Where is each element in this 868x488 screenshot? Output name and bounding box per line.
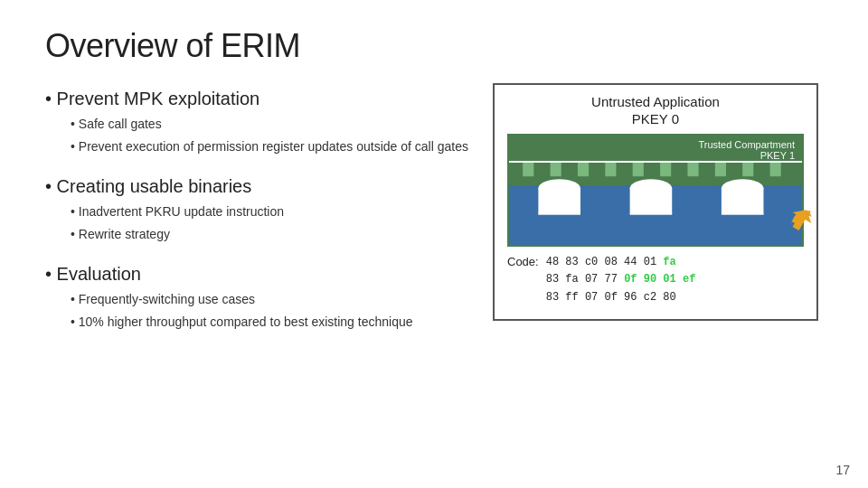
sub-rewrite-strategy: Rewrite strategy — [45, 225, 470, 244]
section-creating-binaries-header: Creating usable binaries — [45, 176, 470, 197]
trusted-header-area: Trusted Compartment PKEY 1 — [509, 136, 802, 161]
code-highlight-ef: ef — [683, 273, 695, 286]
left-column: Prevent MPK exploitation Safe call gates… — [45, 83, 470, 470]
slide-title: Overview of ERIM — [45, 27, 823, 65]
code-highlight-01: 01 — [663, 273, 675, 286]
code-line-1: 48 83 c0 08 44 01 fa — [546, 254, 696, 271]
trusted-compartment-label: Trusted Compartment — [516, 139, 795, 150]
svg-rect-31 — [523, 163, 533, 176]
svg-point-45 — [630, 179, 673, 197]
code-highlight-0f: 0f — [624, 273, 637, 286]
diagram-pkey0-label: PKEY 0 — [507, 111, 804, 127]
code-label: Code: — [507, 254, 539, 306]
sub-inadvertent-pkru: Inadvertent PKRU update instruction — [45, 202, 470, 221]
svg-rect-32 — [551, 163, 561, 176]
code-line-2: 83 fa 07 77 0f 90 01 ef — [546, 271, 696, 288]
code-line-3: 83 ff 07 0f 96 c2 80 — [546, 289, 696, 306]
diagram-container: Untrusted Application PKEY 0 Trusted Com… — [493, 83, 818, 321]
svg-rect-39 — [742, 163, 753, 176]
svg-rect-33 — [578, 163, 589, 176]
svg-rect-40 — [770, 163, 781, 176]
right-column: Untrusted Application PKEY 0 Trusted Com… — [488, 83, 823, 470]
section-prevent-mpk-header: Prevent MPK exploitation — [45, 89, 470, 109]
svg-rect-38 — [715, 163, 726, 176]
pkey1-label: PKEY 1 — [516, 150, 795, 161]
code-highlight-fa: fa — [663, 256, 675, 268]
svg-rect-36 — [660, 163, 671, 176]
sub-frequently-switching: Frequently-switching use cases — [45, 290, 470, 309]
diagram-outer-title: Untrusted Application — [507, 94, 804, 109]
sub-safe-call-gates: Safe call gates — [45, 115, 470, 134]
code-highlight-90: 90 — [644, 273, 656, 286]
svg-rect-48 — [509, 215, 802, 245]
content-area: Prevent MPK exploitation Safe call gates… — [45, 83, 823, 470]
svg-rect-34 — [605, 163, 616, 176]
svg-point-43 — [538, 179, 580, 197]
section-evaluation-header: Evaluation — [45, 264, 470, 285]
code-section: Code: 48 83 c0 08 44 01 fa 83 fa 07 77 0… — [507, 254, 804, 306]
svg-rect-37 — [687, 163, 698, 176]
svg-rect-35 — [633, 163, 644, 176]
svg-point-47 — [722, 179, 764, 197]
sub-prevent-execution: Prevent execution of permission register… — [45, 137, 470, 156]
arrow-indicator — [786, 202, 818, 238]
code-content: 48 83 c0 08 44 01 fa 83 fa 07 77 0f 90 0… — [546, 254, 696, 306]
castle-svg — [509, 163, 802, 245]
trusted-compartment-box: Trusted Compartment PKEY 1 — [507, 134, 804, 247]
page-number: 17 — [835, 463, 850, 477]
sub-10-percent: 10% higher throughput compared to best e… — [45, 313, 470, 332]
slide: Overview of ERIM Prevent MPK exploitatio… — [0, 0, 868, 488]
